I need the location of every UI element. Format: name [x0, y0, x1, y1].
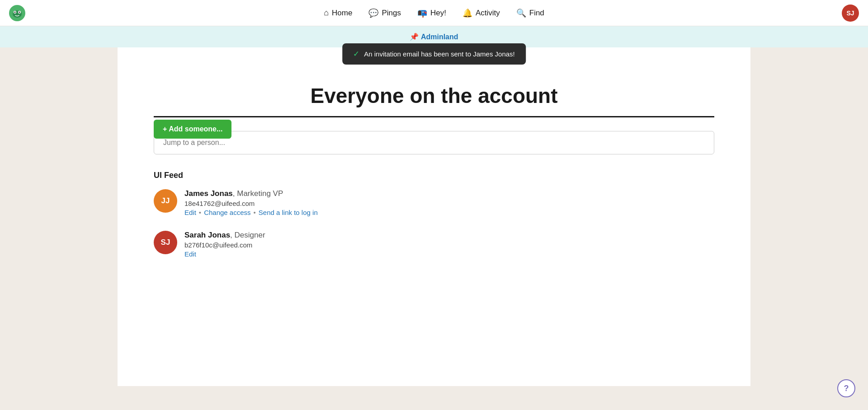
person-item: JJ James Jonas, Marketing VP 18e41762@ui… [154, 189, 714, 216]
person-actions: Edit [184, 250, 265, 258]
home-icon: ⌂ [324, 8, 329, 18]
person-actions: Edit • Change access • Send a link to lo… [184, 209, 318, 216]
toast-notification: ✓ An invitation email has been sent to J… [342, 43, 526, 65]
nav-hey[interactable]: 📭 Hey! [417, 8, 446, 18]
person-email: 18e41762@uifeed.com [184, 200, 318, 207]
toast-message: An invitation email has been sent to Jam… [364, 50, 515, 58]
person-name: James Jonas, Marketing VP [184, 189, 318, 198]
nav-hey-label: Hey! [430, 9, 446, 18]
avatar: JJ [154, 189, 177, 213]
user-avatar-nav[interactable]: SJ [842, 5, 859, 22]
nav-pings-label: Pings [382, 9, 401, 18]
adminland-link[interactable]: Adminland [421, 33, 458, 41]
edit-link[interactable]: Edit [184, 250, 196, 258]
person-info: Sarah Jonas, Designer b276f10c@uifeed.co… [184, 231, 265, 258]
pings-icon: 💬 [368, 8, 378, 18]
person-info: James Jonas, Marketing VP 18e41762@uifee… [184, 189, 318, 216]
nav-find-label: Find [529, 9, 544, 18]
nav-pings[interactable]: 💬 Pings [368, 8, 401, 18]
person-item: SJ Sarah Jonas, Designer b276f10c@uifeed… [154, 231, 714, 258]
svg-point-4 [14, 11, 16, 13]
adminland-icon: 📌 [410, 33, 419, 41]
activity-icon: 🔔 [462, 8, 472, 18]
logo[interactable] [9, 5, 25, 21]
search-container [154, 131, 714, 154]
page-title: Everyone on the account [154, 84, 714, 117]
nav-find[interactable]: 🔍 Find [516, 8, 544, 18]
edit-link[interactable]: Edit [184, 209, 196, 216]
group-label: UI Feed [154, 171, 714, 180]
top-nav: ⌂ Home 💬 Pings 📭 Hey! 🔔 Activity 🔍 Find … [0, 0, 868, 26]
toast-check-icon: ✓ [353, 49, 359, 59]
help-button[interactable]: ? [837, 379, 855, 397]
main-content: + Add someone... Everyone on the account… [118, 47, 750, 386]
hey-icon: 📭 [417, 8, 427, 18]
avatar: SJ [154, 231, 177, 254]
search-input[interactable] [154, 131, 714, 154]
nav-activity[interactable]: 🔔 Activity [462, 8, 500, 18]
nav-activity-label: Activity [476, 9, 500, 18]
person-email: b276f10c@uifeed.com [184, 241, 265, 249]
send-login-link[interactable]: Send a link to log in [259, 209, 318, 216]
sep1: • [199, 209, 201, 216]
change-access-link[interactable]: Change access [204, 209, 250, 216]
person-name: Sarah Jonas, Designer [184, 231, 265, 240]
find-icon: 🔍 [516, 8, 526, 18]
sep2: • [254, 209, 256, 216]
title-section: Everyone on the account [154, 84, 714, 117]
add-someone-button[interactable]: + Add someone... [154, 120, 231, 139]
svg-point-5 [19, 11, 20, 13]
nav-home[interactable]: ⌂ Home [324, 8, 352, 18]
nav-home-label: Home [332, 9, 352, 18]
